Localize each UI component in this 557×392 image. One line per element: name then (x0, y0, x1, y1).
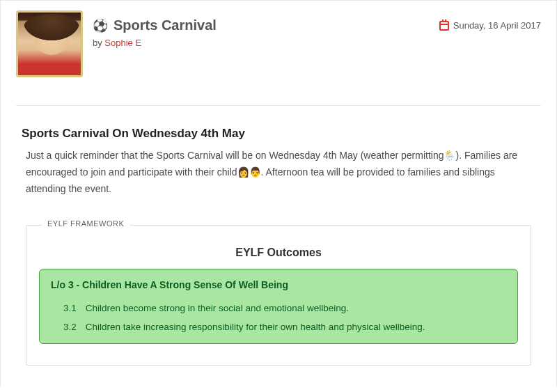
by-prefix: by (93, 38, 104, 48)
page-container: ⚽ Sports Carnival Sunday, 16 April 2017 … (0, 0, 557, 386)
author-avatar (16, 10, 83, 77)
post-header: ⚽ Sports Carnival Sunday, 16 April 2017 … (16, 10, 541, 91)
post-date: Sunday, 16 April 2017 (453, 20, 541, 31)
outcome-card: L/o 3 - Children Have A Strong Sense Of … (39, 269, 518, 344)
outcome-item: 3.1 Children become strong in their soci… (51, 299, 506, 317)
outcome-item: 3.2 Children take increasing responsibil… (51, 317, 506, 336)
byline: by Sophie E (93, 38, 541, 48)
author-link[interactable]: Sophie E (104, 38, 141, 48)
outcome-number: 3.1 (63, 303, 83, 313)
calendar-icon (439, 21, 449, 31)
outcome-text: Children take increasing responsibility … (86, 322, 425, 332)
header-main: ⚽ Sports Carnival Sunday, 16 April 2017 … (93, 10, 541, 77)
outcome-number: 3.2 (63, 322, 83, 332)
outcome-text: Children become strong in their social a… (86, 303, 349, 313)
framework-box: EYLF FRAMEWORK EYLF Outcomes L/o 3 - Chi… (26, 225, 531, 366)
post-title: Sports Carnival (113, 17, 217, 33)
content-heading: Sports Carnival On Wednesday 4th May (22, 127, 541, 141)
content-paragraph: Just a quick reminder that the Sports Ca… (26, 148, 535, 197)
title-line: ⚽ Sports Carnival Sunday, 16 April 2017 (93, 17, 541, 33)
date-block: Sunday, 16 April 2017 (439, 20, 541, 31)
outcome-heading: L/o 3 - Children Have A Strong Sense Of … (51, 279, 506, 290)
outcomes-title: EYLF Outcomes (39, 246, 518, 259)
framework-legend: EYLF FRAMEWORK (42, 219, 130, 228)
soccer-ball-icon: ⚽ (93, 19, 108, 32)
header-divider (16, 105, 541, 106)
title-left: ⚽ Sports Carnival (93, 17, 217, 33)
